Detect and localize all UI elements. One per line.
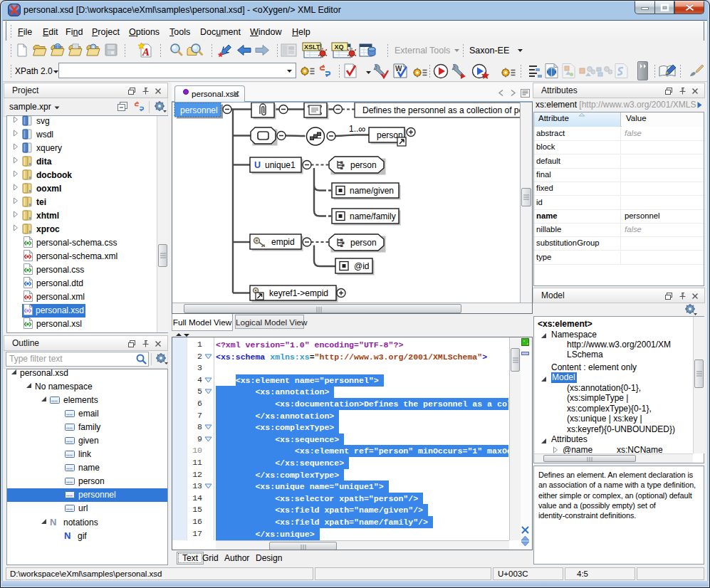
svg-text:U: U [254, 160, 261, 170]
svg-text:XQ: XQ [335, 43, 344, 51]
svg-text:Defines the personnel as a col: Defines the personnel as a collection of… [362, 105, 520, 115]
svg-text:∞: ∞ [358, 123, 365, 135]
svg-text:name/family: name/family [350, 211, 396, 221]
svg-text:@id: @id [354, 261, 370, 271]
svg-text:personnel: personnel [180, 105, 218, 115]
svg-text:empid: empid [271, 237, 295, 247]
svg-text:person: person [350, 238, 377, 248]
svg-text:keyref1->empid: keyref1->empid [269, 288, 328, 298]
svg-text:name/given: name/given [350, 186, 394, 196]
svg-text:unique1: unique1 [265, 160, 296, 170]
svg-text:1..: 1.. [349, 124, 358, 134]
svg-text:XSLT: XSLT [304, 43, 320, 51]
svg-text:W: W [395, 65, 402, 73]
svg-text:person: person [350, 160, 377, 170]
